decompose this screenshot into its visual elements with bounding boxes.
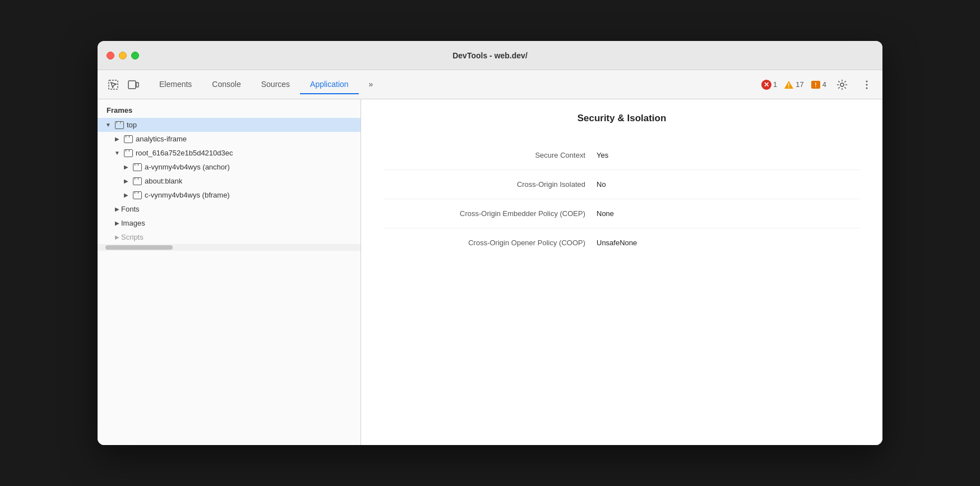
arrow-a-vynmy — [122, 163, 130, 171]
svg-point-10 — [866, 87, 868, 89]
tree-item-fonts[interactable]: Fonts — [98, 202, 360, 216]
error-count: 1 — [773, 80, 777, 89]
tree-item-images[interactable]: Images — [98, 216, 360, 230]
frame-icon-top — [115, 121, 124, 129]
arrow-root — [113, 149, 121, 157]
devtools-window: DevTools - web.dev/ Elements Console Sou… — [98, 41, 882, 445]
tree-item-analytics[interactable]: analytics-iframe — [98, 132, 360, 146]
label-scripts: Scripts — [121, 233, 144, 241]
warning-icon: ! — [784, 80, 794, 89]
panel-title: Security & Isolation — [383, 113, 860, 124]
label-root: root_616a752e1b5d4210d3ec — [136, 149, 233, 157]
frame-icon-analytics — [124, 135, 133, 143]
arrow-images — [113, 219, 121, 227]
info-value-coop: UnsafeNone — [597, 239, 637, 247]
device-toggle-icon[interactable] — [124, 76, 142, 94]
tree-item-c-vynmy[interactable]: c-vynmy4vb4wys (bframe) — [98, 188, 360, 202]
tab-application[interactable]: Application — [300, 75, 359, 94]
tab-more[interactable]: » — [359, 75, 383, 94]
error-icon: ✕ — [761, 80, 771, 90]
more-options-button[interactable] — [858, 76, 876, 94]
arrow-analytics — [113, 135, 121, 143]
info-value-cross-origin-isolated: No — [597, 180, 606, 189]
traffic-lights — [107, 52, 139, 59]
toolbar-icons — [104, 76, 142, 94]
sidebar: Frames top analytics-iframe root_616 — [98, 99, 361, 445]
arrow-fonts — [113, 205, 121, 213]
error-badge[interactable]: ✕ 1 — [761, 80, 777, 90]
info-row-coop: Cross-Origin Opener Policy (COOP) Unsafe… — [383, 228, 860, 257]
frame-icon-a-vynmy — [133, 163, 142, 171]
label-analytics: analytics-iframe — [136, 135, 187, 143]
frame-icon-about-blank — [133, 177, 142, 185]
sidebar-horizontal-scrollbar[interactable] — [98, 244, 360, 251]
tab-sources[interactable]: Sources — [251, 75, 300, 94]
sidebar-scrollbar-thumb — [105, 245, 173, 250]
info-row-secure-context: Secure Context Yes — [383, 141, 860, 170]
info-count: 4 — [822, 80, 826, 89]
info-value-secure-context: Yes — [597, 151, 608, 159]
label-fonts: Fonts — [121, 205, 140, 213]
info-label-coop: Cross-Origin Opener Policy (COOP) — [383, 239, 597, 247]
frames-section-header: Frames — [98, 99, 360, 118]
label-a-vynmy: a-vynmy4vb4wys (anchor) — [145, 163, 230, 171]
svg-point-8 — [866, 80, 868, 82]
tab-console[interactable]: Console — [202, 75, 251, 94]
arrow-about-blank — [122, 177, 130, 185]
frame-icon-c-vynmy — [133, 191, 142, 199]
svg-rect-1 — [128, 81, 136, 89]
tree-item-root[interactable]: root_616a752e1b5d4210d3ec — [98, 146, 360, 160]
maximize-button[interactable] — [131, 52, 139, 59]
warning-badge[interactable]: ! 17 — [784, 80, 803, 89]
info-label-secure-context: Secure Context — [383, 151, 597, 159]
label-top: top — [127, 121, 137, 129]
arrow-top — [104, 121, 112, 129]
arrow-c-vynmy — [122, 191, 130, 199]
svg-text:!: ! — [788, 82, 790, 89]
toolbar: Elements Console Sources Application » ✕… — [98, 70, 882, 99]
svg-point-9 — [866, 84, 868, 85]
inspect-icon[interactable] — [104, 76, 122, 94]
arrow-scripts — [113, 233, 121, 241]
main-panel: Security & Isolation Secure Context Yes … — [361, 99, 882, 445]
info-row-cross-origin-isolated: Cross-Origin Isolated No — [383, 170, 860, 199]
titlebar: DevTools - web.dev/ — [98, 41, 882, 70]
warning-count: 17 — [796, 80, 803, 89]
svg-rect-2 — [136, 82, 138, 87]
info-value-coep: None — [597, 209, 614, 218]
minimize-button[interactable] — [119, 52, 127, 59]
info-icon: ! — [811, 80, 821, 89]
svg-point-7 — [840, 83, 844, 86]
info-row-coep: Cross-Origin Embedder Policy (COEP) None — [383, 199, 860, 228]
window-title: DevTools - web.dev/ — [452, 51, 528, 60]
info-badge[interactable]: ! 4 — [811, 80, 826, 89]
close-button[interactable] — [107, 52, 114, 59]
label-images: Images — [121, 219, 145, 227]
toolbar-right: ✕ 1 ! 17 ! 4 — [761, 76, 876, 94]
badge-group: ✕ 1 ! 17 ! 4 — [761, 80, 826, 90]
frame-icon-root — [124, 149, 133, 157]
info-label-cross-origin-isolated: Cross-Origin Isolated — [383, 180, 597, 189]
svg-rect-0 — [109, 80, 118, 89]
tree-item-scripts[interactable]: Scripts — [98, 230, 360, 244]
tab-bar: Elements Console Sources Application » — [149, 75, 383, 94]
main-content: Frames top analytics-iframe root_616 — [98, 99, 882, 445]
label-about-blank: about:blank — [145, 177, 182, 185]
settings-button[interactable] — [833, 76, 851, 94]
tree-item-a-vynmy[interactable]: a-vynmy4vb4wys (anchor) — [98, 160, 360, 174]
tree-item-about-blank[interactable]: about:blank — [98, 174, 360, 188]
tree-item-top[interactable]: top — [98, 118, 360, 132]
info-label-coep: Cross-Origin Embedder Policy (COEP) — [383, 209, 597, 218]
svg-text:!: ! — [815, 82, 816, 88]
label-c-vynmy: c-vynmy4vb4wys (bframe) — [145, 191, 230, 199]
tab-elements[interactable]: Elements — [149, 75, 202, 94]
